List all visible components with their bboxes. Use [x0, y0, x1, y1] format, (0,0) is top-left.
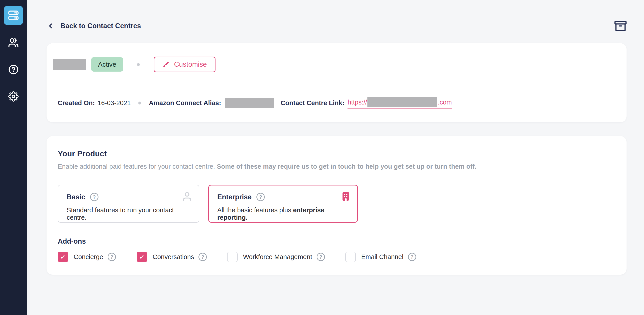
chevron-left-icon	[46, 22, 54, 30]
plan-basic-description: Standard features to run your contact ce…	[67, 206, 190, 221]
help-tooltip-icon[interactable]: ?	[408, 253, 416, 261]
addon-conversations-label: Conversations	[152, 253, 194, 261]
redacted-link-middle	[368, 97, 437, 107]
amazon-connect-alias-label: Amazon Connect Alias:	[149, 99, 221, 107]
main-content: Back to Contact Centres Active	[27, 0, 644, 315]
redacted-alias-value	[225, 98, 274, 108]
created-on-label: Created On:	[58, 99, 95, 107]
addon-workforce-management-label: Workforce Management	[243, 253, 312, 261]
customise-button[interactable]: Customise	[154, 56, 216, 72]
card-divider	[58, 85, 615, 85]
person-icon	[182, 191, 193, 202]
plan-enterprise-description-text: All the basic features plus	[217, 206, 293, 214]
contact-centre-link-label: Contact Centre Link:	[280, 99, 344, 107]
link-suffix: .com	[438, 99, 452, 106]
customise-button-label: Customise	[174, 60, 207, 68]
check-icon: ✓	[60, 254, 66, 260]
top-bar: Back to Contact Centres	[46, 19, 626, 33]
contact-centre-link[interactable]: https:// .com	[348, 97, 452, 108]
addon-email-channel-label: Email Channel	[361, 253, 404, 261]
help-tooltip-icon[interactable]: ?	[108, 253, 116, 261]
sidebar-item-help[interactable]	[8, 64, 19, 75]
your-product-card: Your Product Enable additional paid feat…	[46, 136, 626, 275]
plan-basic-description-text: Standard features to run your contact ce…	[67, 206, 174, 221]
conversations-checkbox[interactable]: ✓	[137, 252, 147, 262]
section-subtitle: Enable additional paid features for your…	[58, 162, 615, 171]
plan-basic-name: Basic	[67, 193, 85, 201]
sidebar-item-settings[interactable]	[8, 91, 19, 102]
dot-separator	[137, 63, 140, 66]
subtitle-regular: Enable additional paid features for your…	[58, 163, 217, 170]
addon-email-channel: ✓ Email Channel ?	[345, 252, 416, 262]
users-icon	[8, 37, 19, 48]
dot-separator	[138, 102, 141, 104]
addons-row: ✓ Concierge ? ✓ Conversations ? ✓ Workfo…	[58, 252, 615, 262]
addons-title: Add-ons	[58, 237, 615, 246]
paintbrush-icon	[162, 61, 170, 68]
addon-conversations: ✓ Conversations ?	[137, 252, 227, 262]
concierge-checkbox[interactable]: ✓	[58, 252, 68, 262]
redacted-contact-centre-name	[53, 59, 86, 70]
check-icon: ✓	[139, 254, 145, 260]
workforce-management-checkbox[interactable]: ✓	[227, 252, 238, 262]
back-link[interactable]: Back to Contact Centres	[46, 22, 141, 30]
contact-centre-card: Active Customise Created On: 16-03-2021 …	[46, 43, 626, 122]
plan-enterprise-description: All the basic features plus enterprise r…	[217, 206, 349, 221]
plan-enterprise-header: Enterprise ?	[217, 193, 349, 201]
created-on-value: 16-03-2021	[98, 99, 131, 107]
help-tooltip-icon[interactable]: ?	[198, 253, 207, 261]
app-logo[interactable]	[4, 6, 23, 25]
addon-concierge: ✓ Concierge ?	[58, 252, 137, 262]
app-root: Back to Contact Centres Active	[0, 0, 644, 315]
plan-enterprise-name: Enterprise	[217, 193, 252, 201]
email-channel-checkbox[interactable]: ✓	[345, 252, 356, 262]
archive-button[interactable]	[614, 20, 626, 32]
link-prefix: https://	[348, 99, 367, 106]
gear-icon	[8, 91, 18, 102]
sidebar-nav	[8, 37, 19, 102]
building-icon	[340, 191, 351, 202]
help-tooltip-icon[interactable]: ?	[256, 193, 265, 201]
help-tooltip-icon[interactable]: ?	[317, 253, 325, 261]
plan-enterprise[interactable]: Enterprise ? All	[208, 185, 358, 222]
plan-options: Basic ? Standard features to run your co…	[58, 185, 615, 222]
back-link-label: Back to Contact Centres	[60, 22, 141, 30]
sidebar	[0, 0, 27, 315]
plan-basic[interactable]: Basic ? Standard features to run your co…	[58, 185, 200, 222]
section-title: Your Product	[58, 148, 615, 159]
subtitle-bold: Some of these may require us to get in t…	[217, 163, 476, 170]
contact-centre-meta-row: Created On: 16-03-2021 Amazon Connect Al…	[46, 97, 626, 108]
addon-concierge-label: Concierge	[74, 253, 103, 261]
server-stack-icon	[8, 10, 19, 21]
plan-basic-header: Basic ?	[67, 193, 190, 201]
help-circle-icon	[8, 64, 18, 75]
sidebar-item-contact-centres[interactable]	[8, 37, 19, 48]
status-badge: Active	[91, 57, 123, 72]
archive-box-icon	[614, 20, 626, 32]
help-tooltip-icon[interactable]: ?	[90, 193, 98, 201]
addon-workforce-management: ✓ Workforce Management ?	[227, 252, 345, 262]
contact-centre-header-row: Active Customise	[46, 56, 626, 72]
